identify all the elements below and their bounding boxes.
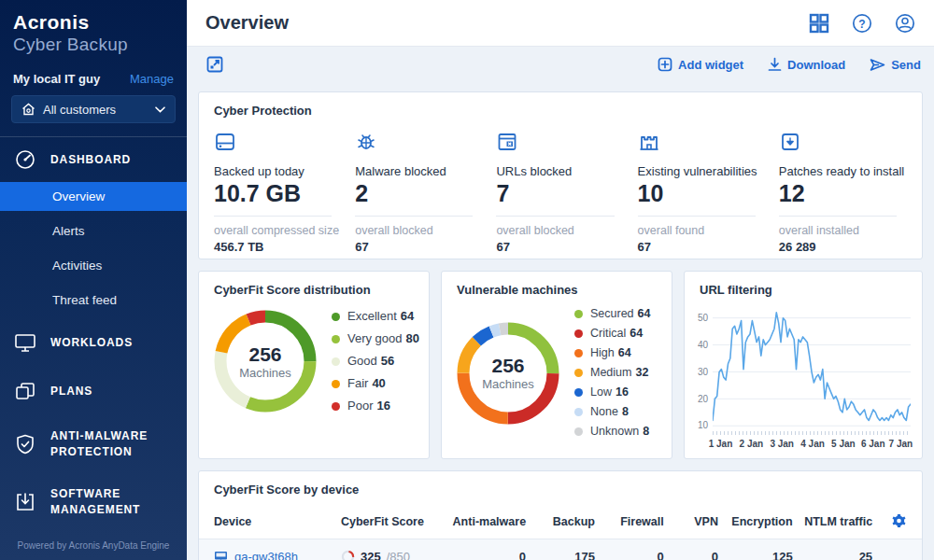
stat-malware-blocked: Malware blocked 2 overall blocked 67 (355, 131, 496, 254)
dashboard-toolbar: Add widget Download Send (187, 47, 934, 82)
widget-title: URL filtering (685, 272, 922, 297)
stat-label: Existing vulnerabilities (638, 164, 766, 178)
line-chart-svg (713, 310, 911, 431)
download-label: Download (787, 58, 845, 72)
x-axis-labels: 1 Jan 2 Jan 3 Jan 4 Jan 5 Jan 6 Jan 7 Ja… (713, 439, 911, 452)
dashboard-icon (13, 148, 37, 171)
stat-label: Malware blocked (355, 164, 483, 178)
column-encryption[interactable]: Encryption (718, 515, 793, 528)
download-button[interactable]: Download (768, 57, 845, 72)
sidebar-item-overview[interactable]: Overview (0, 182, 187, 211)
main-area: Overview ? (187, 0, 934, 560)
apps-grid-icon[interactable] (809, 13, 829, 34)
sidebar: Acronis Cyber Backup My local IT guy Man… (0, 0, 187, 560)
brand-logo: Acronis Cyber Backup (0, 0, 187, 55)
help-icon[interactable]: ? (852, 13, 872, 34)
sidebar-item-dashboard[interactable]: DASHBOARD (0, 137, 187, 182)
device-monitor-icon (214, 551, 228, 560)
stat-patches-ready: Patches ready to install 12 overall inst… (779, 131, 907, 254)
sidebar-item-activities[interactable]: Activities (0, 251, 187, 280)
stat-value: 10.7 GB (214, 180, 342, 207)
column-anti-malware[interactable]: Anti-malware (443, 515, 526, 528)
column-ntlm-traffic[interactable]: NTLM traffic (793, 515, 872, 528)
device-link[interactable]: qa-gw3t68h (214, 550, 341, 560)
drive-icon (214, 131, 236, 153)
sidebar-item-anti-malware[interactable]: ANTI-MALWARE PROTECTION (0, 417, 187, 471)
sidebar-item-label: PLANS (50, 384, 92, 399)
donut-center-label: Machines (239, 366, 291, 380)
widget-title: CyberFit Score by device (199, 471, 922, 497)
legend: Secured64 Critical64 High64 Medium32 Low… (574, 304, 650, 441)
sidebar-item-software-management[interactable]: SOFTWARE MANAGEMENT (0, 475, 187, 529)
send-button[interactable]: Send (870, 58, 921, 72)
vulnerable-machines-widget: Vulnerable machines 256 Machines Secured… (441, 271, 672, 459)
stat-sub-value: 456.7 TB (214, 240, 342, 254)
patch-icon (779, 131, 801, 153)
plus-square-icon (658, 57, 672, 72)
popout-icon[interactable] (205, 55, 224, 74)
software-install-icon (13, 491, 37, 513)
cell-backup: 175 (526, 550, 595, 560)
manage-link[interactable]: Manage (130, 72, 174, 86)
sidebar-item-alerts[interactable]: Alerts (0, 217, 187, 245)
cell-vpn: 0 (664, 550, 718, 560)
cell-ntlm: 25 (793, 550, 872, 560)
browser-blocked-icon (496, 131, 518, 153)
stat-sub-label: overall blocked (355, 224, 483, 237)
column-firewall[interactable]: Firewall (595, 515, 664, 528)
stat-value: 12 (779, 180, 907, 207)
table-row[interactable]: qa-gw3t68h 325 /850 0 175 0 0 125 25 (199, 539, 922, 560)
sidebar-item-label: WORKLOADS (50, 335, 133, 351)
score-max: /850 (387, 550, 410, 560)
score-value: 325 (361, 550, 381, 560)
cyberfit-by-device-widget: CyberFit Score by device Device CyberFit… (198, 470, 923, 560)
sidebar-item-threat-feed[interactable]: Threat feed (0, 286, 187, 315)
column-vpn[interactable]: VPN (664, 515, 718, 528)
customer-selector-value: All customers (43, 103, 155, 117)
stat-value: 10 (638, 180, 766, 207)
column-cyberfit-score[interactable]: CyberFit Score (341, 515, 443, 528)
stat-value: 2 (355, 180, 483, 207)
widget-title: Cyber Protection (199, 92, 922, 118)
customer-selector[interactable]: All customers (11, 95, 176, 123)
account-name: My local IT guy (13, 72, 100, 86)
donut-center-value: 256 (491, 355, 524, 377)
stat-value: 7 (496, 180, 624, 207)
widget-title: Vulnerable machines (442, 272, 672, 297)
page-title: Overview (205, 12, 809, 34)
account-icon[interactable] (895, 13, 915, 34)
stat-sub-label: overall installed (779, 224, 907, 237)
monitor-icon (13, 331, 37, 354)
legend: Excellent64 Very good80 Good56 Fair40 Po… (332, 305, 419, 417)
column-backup[interactable]: Backup (526, 515, 595, 528)
sidebar-item-label: SOFTWARE MANAGEMENT (50, 486, 163, 518)
shield-check-icon (13, 433, 37, 455)
page-header: Overview ? (187, 0, 934, 47)
download-icon (768, 57, 782, 72)
stat-label: Patches ready to install (779, 164, 907, 178)
brand-line1: Acronis (13, 11, 174, 34)
home-icon (21, 103, 35, 116)
cyber-protection-widget: Cyber Protection Backed up today 10.7 GB… (198, 91, 923, 259)
sidebar-item-plans[interactable]: PLANS (0, 369, 187, 413)
device-name: qa-gw3t68h (234, 550, 298, 560)
stat-sub-value: 67 (638, 240, 766, 254)
column-device[interactable]: Device (214, 515, 341, 528)
table-header-row: Device CyberFit Score Anti-malware Backu… (199, 504, 922, 539)
x-axis-minor-ticks (713, 431, 911, 435)
bug-icon (355, 131, 377, 153)
stat-label: URLs blocked (496, 164, 624, 178)
add-widget-label: Add widget (678, 58, 743, 72)
cell-encryption: 125 (718, 550, 793, 560)
add-widget-button[interactable]: Add widget (658, 57, 743, 72)
stat-sub-label: overall found (638, 224, 766, 237)
stat-existing-vulnerabilities: Existing vulnerabilities 10 overall foun… (638, 131, 779, 254)
stat-sub-label: overall compressed size (214, 224, 342, 237)
sidebar-item-label: ANTI-MALWARE PROTECTION (50, 428, 163, 460)
url-filtering-chart: 50 40 30 20 10 (713, 310, 911, 431)
donut-center-value: 256 (248, 343, 281, 366)
cell-anti-malware: 0 (443, 550, 526, 560)
table-settings-gear-icon[interactable] (891, 513, 907, 529)
sidebar-item-workloads[interactable]: WORKLOADS (0, 320, 187, 365)
svg-text:?: ? (858, 17, 865, 30)
